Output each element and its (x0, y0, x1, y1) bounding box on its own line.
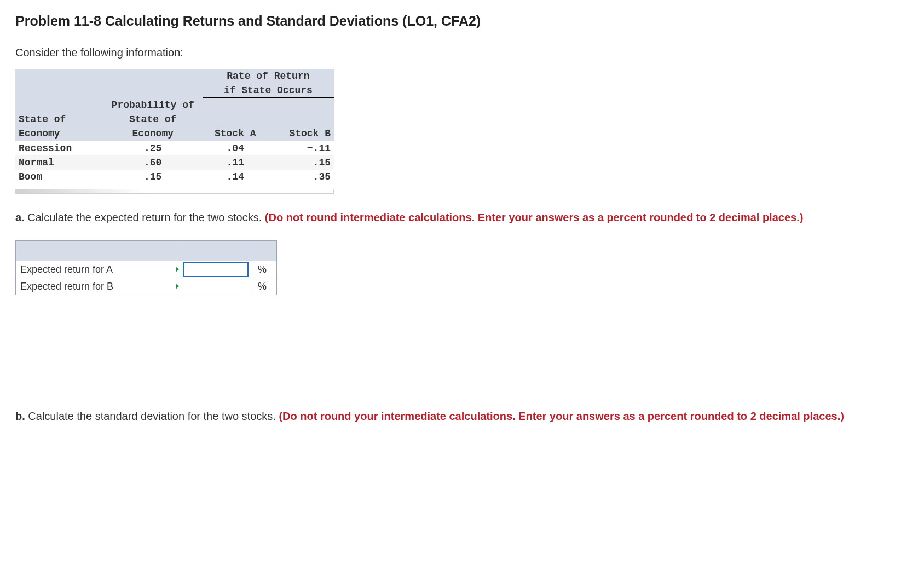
col-prob-line3: Economy (132, 128, 174, 139)
answer-header-blank3 (253, 241, 277, 261)
col-stock-a: Stock A (215, 128, 256, 139)
question-a: a. Calculate the expected return for the… (15, 210, 909, 225)
answer-unit-a: % (253, 261, 277, 278)
col-prob-line1: Probability of (112, 100, 194, 111)
table-row: Normal .60 .11 .15 (15, 155, 334, 170)
question-b: b. Calculate the standard deviation for … (15, 409, 909, 424)
answer-row-a: Expected return for A % (16, 261, 277, 278)
col-state-line2: Economy (19, 128, 60, 139)
question-a-label: a. (15, 211, 25, 223)
answer-table: Expected return for A % Expected return … (15, 240, 277, 295)
page-title: Problem 11-8 Calculating Returns and Sta… (15, 13, 909, 29)
answer-input-cell-b[interactable] (178, 278, 253, 295)
question-b-label: b. (15, 410, 25, 422)
col-state-line1: State of (19, 114, 66, 125)
question-b-text: Calculate the standard deviation for the… (25, 410, 279, 422)
chevron-right-icon (176, 284, 179, 289)
answer-header-blank2 (178, 241, 253, 261)
table-row: Recession .25 .04 −.11 (15, 141, 334, 156)
question-a-text: Calculate the expected return for the tw… (25, 211, 265, 223)
rate-header-line1: Rate of Return (227, 71, 309, 82)
answer-unit-b: % (253, 278, 277, 295)
chevron-right-icon (176, 267, 179, 272)
answer-label-b: Expected return for B (16, 278, 178, 295)
data-table: Rate of Return if State Occurs Probabili… (15, 69, 334, 184)
question-b-instruction: (Do not round your intermediate calculat… (279, 410, 844, 422)
expected-return-a-input[interactable] (183, 262, 249, 277)
answer-input-cell-a[interactable] (178, 261, 253, 278)
answer-label-a: Expected return for A (16, 261, 178, 278)
expected-return-b-input[interactable] (183, 279, 249, 294)
col-prob-line2: State of (129, 114, 176, 125)
question-a-instruction: (Do not round intermediate calculations.… (265, 211, 804, 223)
answer-row-b: Expected return for B % (16, 278, 277, 295)
intro-text: Consider the following information: (15, 47, 909, 59)
rate-header-line2: if State Occurs (224, 85, 313, 96)
horizontal-scroll-hint (15, 189, 334, 194)
col-stock-b: Stock B (289, 128, 331, 139)
answer-header-blank1 (16, 241, 178, 261)
table-row: Boom .15 .14 .35 (15, 170, 334, 184)
